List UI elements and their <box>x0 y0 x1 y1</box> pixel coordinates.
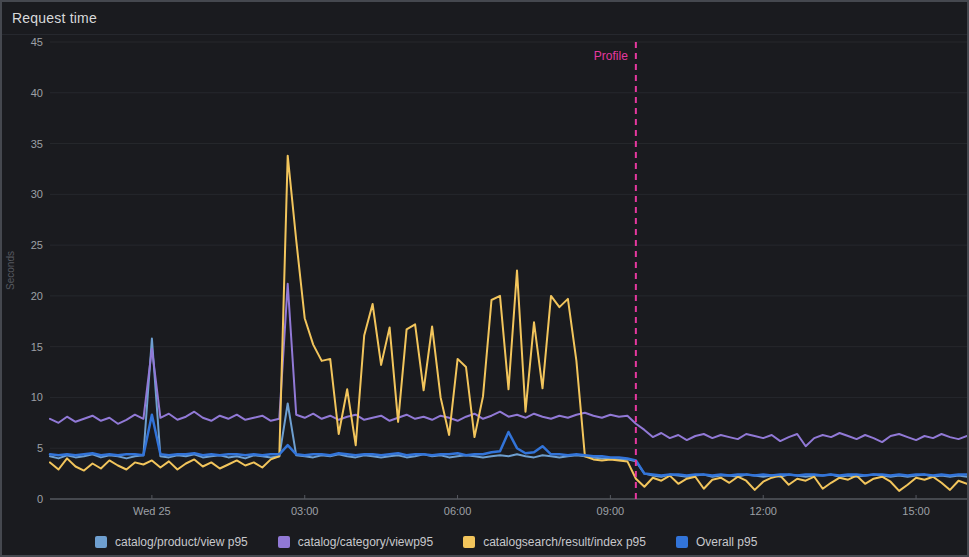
y-tick-label: 10 <box>31 391 43 403</box>
x-tick-label: 06:00 <box>444 505 472 517</box>
y-tick-label: 30 <box>31 188 43 200</box>
series-line-overall-p95[interactable] <box>50 415 967 476</box>
x-tick-label: 09:00 <box>597 505 625 517</box>
request-time-panel: Request time 051015202530354045Wed 2503:… <box>0 0 969 557</box>
series-line-catalogsearch-result-index-p95[interactable] <box>50 156 967 491</box>
legend-label: catalog/category/viewp95 <box>298 535 433 549</box>
x-tick-label: 15:00 <box>902 505 930 517</box>
y-tick-label: 0 <box>37 493 43 505</box>
timeseries-chart: 051015202530354045Wed 2503:0006:0009:001… <box>2 2 969 557</box>
legend-label: catalogsearch/result/index p95 <box>483 535 646 549</box>
x-tick-label: Wed 25 <box>133 505 171 517</box>
legend-label: Overall p95 <box>696 535 757 549</box>
y-tick-label: 35 <box>31 138 43 150</box>
legend-swatch-icon <box>463 536 475 548</box>
legend-item-catalog-category-viewp95[interactable]: catalog/category/viewp95 <box>278 535 433 549</box>
x-tick-label: 12:00 <box>749 505 777 517</box>
y-tick-label: 45 <box>31 36 43 48</box>
legend-swatch-icon <box>676 536 688 548</box>
legend-item-overall-p95[interactable]: Overall p95 <box>676 535 757 549</box>
y-tick-label: 15 <box>31 341 43 353</box>
legend-label: catalog/product/view p95 <box>115 535 248 549</box>
legend-item-catalogsearch-result-index-p95[interactable]: catalogsearch/result/index p95 <box>463 535 646 549</box>
y-tick-label: 40 <box>31 87 43 99</box>
legend-item-catalog-product-view-p95[interactable]: catalog/product/view p95 <box>95 535 248 549</box>
y-tick-label: 20 <box>31 290 43 302</box>
y-tick-label: 5 <box>37 442 43 454</box>
y-axis-title: Seconds <box>5 251 16 290</box>
x-tick-label: 03:00 <box>291 505 319 517</box>
series-line-catalog-product-view-p95[interactable] <box>50 339 967 477</box>
legend: catalog/product/view p95catalog/category… <box>95 535 757 549</box>
y-tick-label: 25 <box>31 239 43 251</box>
series-line-catalog-category-viewp95[interactable] <box>50 284 967 447</box>
legend-swatch-icon <box>278 536 290 548</box>
annotation-label-profile[interactable]: Profile <box>594 49 628 63</box>
legend-swatch-icon <box>95 536 107 548</box>
